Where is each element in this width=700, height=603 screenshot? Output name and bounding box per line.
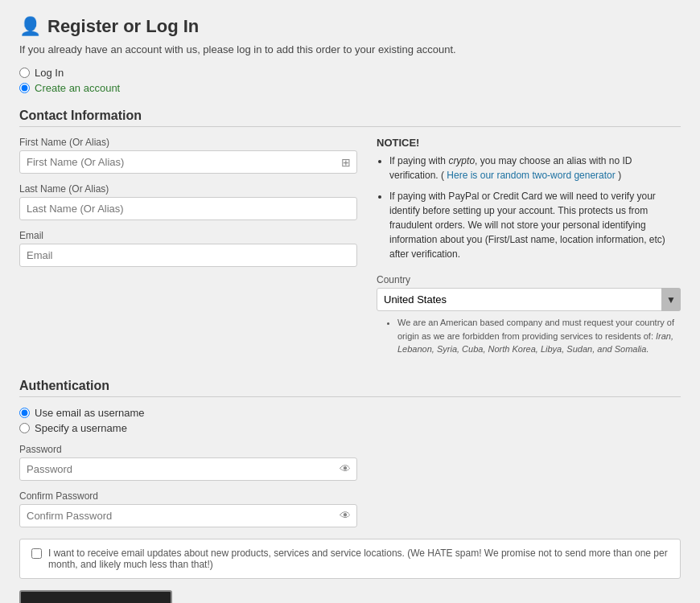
notice-item-1: If paying with crypto, you may choose an…: [389, 154, 681, 183]
password-label: Password: [19, 444, 681, 455]
password-input[interactable]: [19, 457, 357, 481]
first-name-input[interactable]: [19, 150, 357, 174]
confirm-password-group: Confirm Password 👁: [19, 490, 681, 527]
authentication-section: Authentication Use email as username Spe…: [19, 379, 681, 527]
newsletter-label[interactable]: I want to receive email updates about ne…: [48, 548, 669, 570]
country-select[interactable]: United States Canada United Kingdom Aust…: [377, 288, 681, 311]
specify-username-label[interactable]: Specify a username: [35, 422, 127, 434]
use-email-label[interactable]: Use email as username: [35, 407, 145, 419]
country-select-wrap: United States Canada United Kingdom Aust…: [377, 288, 681, 311]
contact-section-title: Contact Information: [19, 109, 681, 127]
login-radio[interactable]: [19, 68, 30, 78]
email-input[interactable]: [19, 244, 357, 267]
user-icon: 👤: [19, 16, 41, 37]
last-name-input[interactable]: [19, 197, 357, 220]
page-subtitle: If you already have an account with us, …: [19, 43, 681, 55]
notice-title: NOTICE!: [377, 137, 681, 149]
title-text: Register or Log In: [47, 16, 199, 37]
use-email-radio[interactable]: [19, 408, 30, 418]
last-name-label: Last Name (Or Alias): [19, 183, 357, 195]
two-word-generator-link[interactable]: Here is our random two-word generator: [447, 170, 615, 181]
email-label: Email: [19, 230, 357, 241]
email-group: Email: [19, 230, 357, 267]
confirm-password-label: Confirm Password: [19, 490, 681, 502]
newsletter-checkbox[interactable]: [31, 548, 42, 559]
use-email-radio-group: Use email as username: [19, 407, 681, 419]
login-radio-label[interactable]: Log In: [35, 67, 64, 79]
notice-box: NOTICE! If paying with crypto, you may c…: [377, 137, 681, 363]
last-name-group: Last Name (Or Alias): [19, 183, 357, 220]
login-radio-group: Log In: [19, 67, 681, 79]
restricted-countries: Iran, Lebanon, Syria, Cuba, North Korea,…: [397, 331, 673, 355]
notice-item-2: If paying with PayPal or Credit Card we …: [389, 189, 681, 261]
confirm-password-input[interactable]: [19, 504, 357, 527]
auth-section-title: Authentication: [19, 379, 681, 397]
password-group: Password 👁: [19, 444, 681, 481]
create-account-radio-label[interactable]: Create an account: [35, 82, 120, 94]
first-name-label: First Name (Or Alias): [19, 137, 357, 148]
eye-confirm-icon[interactable]: 👁: [340, 509, 351, 522]
create-radio-group: Create an account: [19, 82, 681, 94]
specify-username-radio[interactable]: [19, 423, 30, 433]
page-title: 👤 Register or Log In: [19, 16, 681, 37]
eye-icon[interactable]: 👁: [340, 462, 351, 475]
first-name-group: First Name (Or Alias) ⊞: [19, 137, 357, 174]
specify-username-radio-group: Specify a username: [19, 422, 681, 434]
country-label: Country: [377, 274, 681, 285]
create-account-radio[interactable]: [19, 83, 30, 93]
captcha-section: HpCEk.: [19, 590, 681, 604]
country-note: We are an American based company and mus…: [377, 316, 681, 356]
newsletter-row: I want to receive email updates about ne…: [19, 539, 681, 579]
person-icon: ⊞: [341, 156, 351, 169]
captcha-image: HpCEk.: [19, 590, 172, 604]
